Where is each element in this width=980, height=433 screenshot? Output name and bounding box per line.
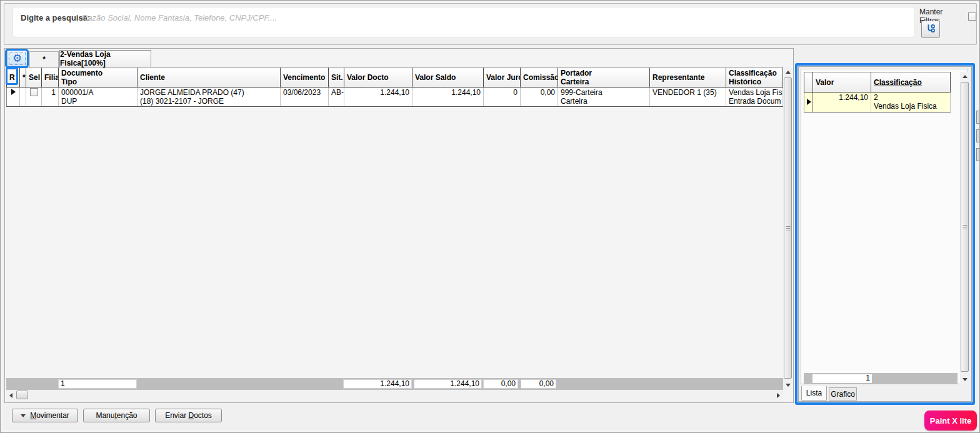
cell-classificacao[interactable]: Vendas Loja FisiEntrada Docum [726,87,783,107]
scroll-left-button[interactable] [6,390,16,401]
column-header-r[interactable]: R [7,68,20,87]
scroll-down-button[interactable] [783,381,793,390]
side-panel-totals-band: 1 [804,373,958,384]
thumb-grip-icon [786,226,790,231]
clipped-edge-button [976,111,980,124]
arrow-down-icon [786,384,791,387]
side-row-indicator-cell [804,92,813,112]
cell-filial[interactable]: 1 [42,87,59,107]
side-column-header-classificacao[interactable]: Classificação [871,72,951,92]
classification-side-panel: Valor Classificação 1.244,10 2Vendas Loj… [798,66,972,402]
cell-portador[interactable]: 999-CarteiraCarteira [558,87,650,107]
column-header-filial[interactable]: Filial [42,68,59,87]
column-header-vencimento[interactable]: Vencimento [281,68,329,87]
clipped-edge-button [976,129,980,142]
search-placeholder: Razão Social, Nome Fantasia, Telefone, C… [82,13,277,22]
search-input[interactable]: Digite a pesquisa: Razão Social, Nome Fa… [12,7,915,37]
grid-totals-band: 1 1.244,10 1.244,10 0,00 0,00 [6,378,783,390]
cell-documento[interactable]: 000001/ADUP [59,87,138,107]
scrollbar-thumb[interactable] [784,77,792,379]
side-grid-header-row: Valor Classificação [804,72,951,92]
row-indicator-arrow-icon [807,99,811,105]
grid-vertical-scrollbar[interactable] [783,67,793,390]
side-panel-vertical-scrollbar[interactable] [960,72,970,384]
hierarchy-icon [926,23,936,36]
tab-vendas-loja-fisica[interactable]: 2-Vendas Loja Fisica[100%] [59,50,151,67]
row-star-cell [20,87,26,107]
scroll-up-button[interactable] [960,72,970,81]
arrow-down-icon [962,378,968,381]
side-column-header-indicator [804,72,813,92]
total-valor-docto: 1.244,10 [343,379,412,389]
column-header-valor-docto[interactable]: Valor Docto [344,68,412,87]
tab-grafico[interactable]: Grafico [829,387,857,401]
total-valor-saldo: 1.244,10 [414,379,482,389]
cell-sit[interactable]: AB- [329,87,344,107]
arrow-up-icon [786,71,791,74]
gear-icon: ⚙ [12,53,22,64]
table-row[interactable]: 1 000001/ADUP JORGE ALMEIDA PRADO (47)(1… [7,87,783,107]
column-header-representante[interactable]: Representante [650,68,726,87]
movimentar-label: Movimentar [30,411,69,420]
hierarchy-filter-button[interactable] [921,21,940,38]
cell-valor-docto[interactable]: 1.244,10 [344,87,412,107]
clipped-edge-button [976,148,980,161]
keep-filters-checkbox[interactable] [968,12,976,21]
enviar-doctos-label: Enviar Doctos [165,411,212,420]
row-sel-cell [26,87,42,107]
arrow-left-icon [9,393,12,398]
dropdown-arrow-icon [21,414,26,417]
side-column-header-valor[interactable]: Valor [813,72,871,92]
column-header-portador[interactable]: PortadorCarteira [558,68,650,87]
cell-valor-saldo[interactable]: 1.244,10 [412,87,484,107]
tab-star[interactable]: * [29,51,59,67]
cell-vencimento[interactable]: 03/06/2023 [281,87,329,107]
scrollbar-thumb[interactable] [961,82,969,372]
side-cell-classificacao[interactable]: 2Vendas Loja Fisica [871,92,951,112]
total-count: 1 [58,379,137,389]
column-header-cliente[interactable]: Cliente [138,68,281,87]
tab-lista[interactable]: Lista [801,386,827,401]
scroll-down-button[interactable] [960,375,970,384]
enviar-doctos-button[interactable]: Enviar Doctos [155,409,222,422]
scroll-right-button[interactable] [774,390,783,401]
column-header-valor-saldo[interactable]: Valor Saldo [412,68,484,87]
column-header-sel[interactable]: Sel [26,68,42,87]
classification-grid: Valor Classificação 1.244,10 2Vendas Loj… [804,72,951,112]
thumb-grip-icon [962,225,967,229]
paint-x-lite-watermark: Paint X lite [924,411,977,431]
documents-grid: R * Sel Filial DocumentoTipo Cliente Ven… [6,67,783,107]
column-header-classificacao[interactable]: ClassificaçãoHistórico [726,68,783,87]
scrollbar-thumb[interactable] [16,391,28,399]
cell-comissao[interactable]: 0,00 [521,87,558,107]
search-label: Digite a pesquisa: [21,13,90,22]
cell-cliente[interactable]: JORGE ALMEIDA PRADO (47)(18) 3021-2107 -… [138,87,281,107]
grid-horizontal-scrollbar[interactable] [6,390,783,401]
grid-header-row: R * Sel Filial DocumentoTipo Cliente Ven… [7,68,783,87]
table-row[interactable]: 1.244,10 2Vendas Loja Fisica [804,92,951,112]
column-header-valor-juros[interactable]: Valor Juros [484,68,521,87]
side-panel-content: Valor Classificação 1.244,10 2Vendas Loj… [801,69,968,384]
row-select-checkbox[interactable] [30,88,38,96]
row-indicator-cell [7,87,20,107]
total-valor-juros: 0,00 [483,379,518,389]
manutencao-label: Manutenção [96,411,137,420]
column-header-documento[interactable]: DocumentoTipo [59,68,138,87]
total-comissao: 0,00 [521,379,556,389]
arrow-right-icon [777,393,780,398]
row-indicator-arrow-icon [11,89,16,95]
movimentar-button[interactable]: Movimentar [12,409,78,422]
search-panel: Digite a pesquisa: Razão Social, Nome Fa… [4,3,977,45]
cell-representante[interactable]: VENDEDOR 1 (35) [650,87,726,107]
cell-valor-juros[interactable]: 0 [484,87,521,107]
app-window: Digite a pesquisa: Razão Social, Nome Fa… [0,0,980,433]
manutencao-button[interactable]: Manutenção [83,409,150,422]
side-cell-valor[interactable]: 1.244,10 [813,92,871,112]
column-header-star[interactable]: * [20,68,26,87]
tab-settings-gear[interactable]: ⚙ [7,50,28,67]
column-header-sit[interactable]: Sit. [329,68,344,87]
scroll-up-button[interactable] [783,67,793,77]
arrow-up-icon [962,75,968,78]
side-total-count: 1 [812,374,872,383]
column-header-comissao[interactable]: Comissão [521,68,558,87]
